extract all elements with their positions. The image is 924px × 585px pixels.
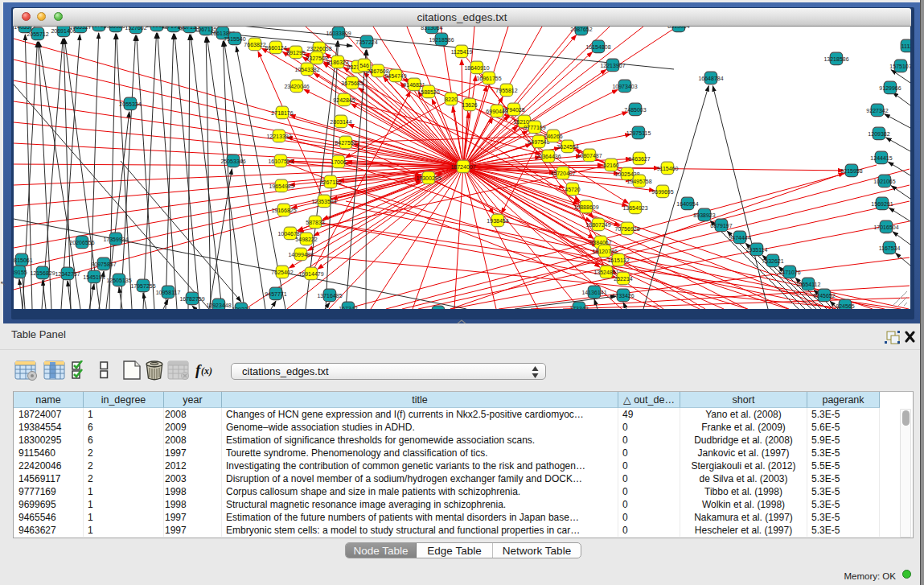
svg-text:9699695: 9699695 bbox=[651, 189, 673, 195]
svg-text:924565: 924565 bbox=[836, 303, 854, 309]
svg-text:9815061: 9815061 bbox=[14, 257, 33, 263]
svg-text:9474444: 9474444 bbox=[729, 235, 750, 241]
svg-text:12213393: 12213393 bbox=[266, 134, 291, 139]
svg-text:10807487: 10807487 bbox=[577, 153, 602, 159]
svg-text:2935114: 2935114 bbox=[746, 247, 768, 253]
svg-text:16782759: 16782759 bbox=[179, 296, 204, 302]
svg-text:129234: 129234 bbox=[232, 307, 250, 310]
svg-text:16154808: 16154808 bbox=[585, 44, 610, 50]
svg-text:8938923: 8938923 bbox=[693, 212, 715, 218]
svg-text:16120746: 16120746 bbox=[592, 249, 617, 254]
svg-text:14136141: 14136141 bbox=[581, 290, 606, 295]
svg-text:8313054: 8313054 bbox=[421, 27, 442, 31]
svg-text:9242845: 9242845 bbox=[333, 97, 355, 103]
svg-text:10046788: 10046788 bbox=[277, 231, 302, 237]
svg-text:891295: 891295 bbox=[286, 50, 305, 56]
svg-text:1244415: 1244415 bbox=[870, 155, 892, 161]
svg-text:8215958: 8215958 bbox=[840, 168, 862, 174]
svg-text:16961755: 16961755 bbox=[476, 76, 501, 81]
svg-text:167342: 167342 bbox=[339, 306, 357, 310]
svg-text:7632621: 7632621 bbox=[762, 258, 783, 264]
svg-text:19166825: 19166825 bbox=[271, 208, 296, 213]
svg-text:19654985: 19654985 bbox=[269, 183, 294, 189]
svg-text:9794028: 9794028 bbox=[503, 107, 524, 113]
svg-text:23420046: 23420046 bbox=[284, 84, 309, 89]
svg-text:9115460: 9115460 bbox=[657, 166, 679, 171]
svg-text:2087652: 2087652 bbox=[570, 27, 592, 32]
svg-text:13654923: 13654923 bbox=[622, 205, 647, 211]
svg-text:1569291: 1569291 bbox=[871, 201, 893, 207]
svg-text:18807249: 18807249 bbox=[585, 222, 610, 228]
svg-text:13524851: 13524851 bbox=[593, 270, 618, 275]
svg-text:16648784: 16648784 bbox=[698, 76, 723, 81]
svg-text:12342757: 12342757 bbox=[55, 271, 80, 277]
svg-text:10654112: 10654112 bbox=[796, 282, 821, 287]
svg-text:7625402: 7625402 bbox=[271, 270, 293, 275]
svg-text:17957255: 17957255 bbox=[130, 283, 155, 289]
svg-text:25053346: 25053346 bbox=[220, 159, 245, 164]
svg-text:5498222: 5498222 bbox=[295, 237, 317, 242]
svg-text:9327509: 9327509 bbox=[306, 56, 327, 61]
svg-text:1640954: 1640954 bbox=[676, 201, 698, 207]
svg-text:13626: 13626 bbox=[462, 102, 478, 108]
svg-text:1125419: 1125419 bbox=[451, 49, 473, 55]
svg-text:62160: 62160 bbox=[603, 163, 619, 168]
svg-text:16033809: 16033809 bbox=[326, 31, 351, 36]
svg-text:9777169: 9777169 bbox=[524, 125, 545, 130]
svg-text:8471076: 8471076 bbox=[778, 270, 800, 275]
svg-text:10973403: 10973403 bbox=[612, 84, 637, 89]
svg-text:18300295: 18300295 bbox=[416, 175, 441, 181]
svg-text:(x): (x) bbox=[201, 365, 212, 377]
svg-text:10543382: 10543382 bbox=[294, 67, 319, 72]
svg-text:2803144: 2803144 bbox=[330, 119, 351, 125]
svg-text:587833: 587833 bbox=[306, 220, 324, 225]
svg-text:8427552: 8427552 bbox=[335, 140, 356, 146]
svg-text:23226058: 23226058 bbox=[306, 46, 331, 51]
svg-text:8186323: 8186323 bbox=[326, 60, 348, 65]
svg-text:6879197: 6879197 bbox=[710, 223, 732, 229]
svg-text:70756928: 70756928 bbox=[614, 226, 639, 232]
svg-text:9227342: 9227342 bbox=[866, 108, 888, 113]
svg-text:17359934: 17359934 bbox=[103, 237, 128, 242]
svg-text:12156829: 12156829 bbox=[30, 270, 55, 276]
svg-text:17006: 17006 bbox=[331, 159, 347, 165]
svg-text:8220: 8220 bbox=[445, 97, 458, 102]
svg-text:9457771: 9457771 bbox=[265, 291, 286, 297]
svg-text:16107553: 16107553 bbox=[268, 159, 293, 164]
svg-text:7955812: 7955812 bbox=[495, 88, 517, 93]
svg-text:1938454: 1938454 bbox=[487, 218, 508, 224]
svg-text:39155: 39155 bbox=[14, 270, 27, 275]
svg-text:13218586: 13218586 bbox=[823, 56, 848, 62]
svg-text:2055712: 2055712 bbox=[27, 31, 48, 37]
svg-text:546: 546 bbox=[359, 63, 369, 68]
svg-text:17016504: 17016504 bbox=[873, 225, 898, 230]
svg-text:9146821: 9146821 bbox=[403, 82, 425, 88]
svg-text:12213967: 12213967 bbox=[600, 63, 625, 68]
svg-text:45720: 45720 bbox=[565, 187, 581, 192]
svg-text:9129966: 9129966 bbox=[879, 85, 901, 91]
svg-text:1575107: 1575107 bbox=[889, 64, 910, 69]
svg-text:1167534: 1167534 bbox=[879, 245, 901, 251]
svg-text:173342: 173342 bbox=[569, 306, 588, 310]
svg-text:45720407: 45720407 bbox=[550, 171, 575, 176]
svg-text:1021065: 1021065 bbox=[873, 179, 895, 184]
svg-text:1112: 1112 bbox=[901, 43, 910, 49]
svg-text:10888609: 10888609 bbox=[573, 204, 598, 210]
svg-text:7485003: 7485003 bbox=[624, 107, 646, 113]
svg-text:3675685: 3675685 bbox=[341, 80, 363, 86]
svg-text:2718176: 2718176 bbox=[271, 110, 293, 116]
svg-text:1209382: 1209382 bbox=[868, 131, 889, 137]
svg-text:6497548: 6497548 bbox=[528, 139, 549, 145]
svg-text:7663822: 7663822 bbox=[244, 42, 265, 47]
svg-text:8454749: 8454749 bbox=[384, 73, 406, 79]
svg-text:20364436: 20364436 bbox=[536, 154, 561, 159]
svg-text:20206556: 20206556 bbox=[69, 240, 94, 245]
svg-text:90975857: 90975857 bbox=[91, 262, 116, 267]
svg-text:8313054: 8313054 bbox=[667, 27, 689, 29]
svg-text:12923448: 12923448 bbox=[206, 303, 231, 308]
svg-text:12505135: 12505135 bbox=[106, 278, 131, 283]
svg-text:9463627: 9463627 bbox=[628, 156, 650, 162]
svg-text:10958117: 10958117 bbox=[156, 290, 181, 295]
svg-text:3267110: 3267110 bbox=[320, 179, 342, 185]
svg-text:1615132: 1615132 bbox=[607, 257, 629, 263]
